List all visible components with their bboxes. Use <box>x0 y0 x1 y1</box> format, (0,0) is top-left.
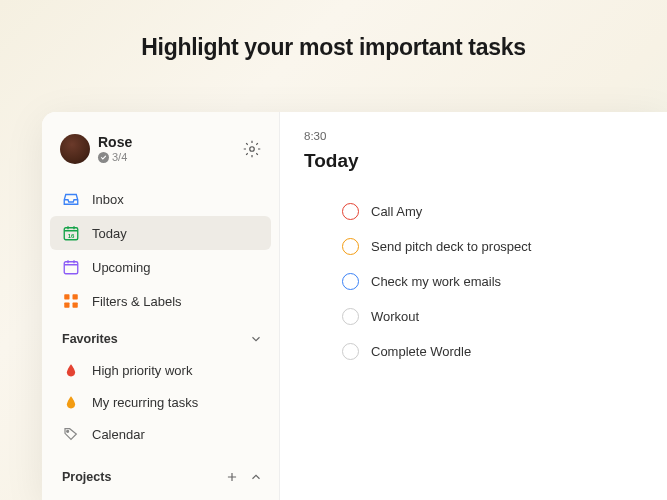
chevron-down-icon[interactable] <box>249 332 263 346</box>
progress-text: 3/4 <box>112 151 127 164</box>
main-content: 8:30 Today Call AmySend pitch deck to pr… <box>280 112 667 500</box>
favorite-item[interactable]: High priority work <box>50 354 271 386</box>
task-checkbox[interactable] <box>342 273 359 290</box>
nav-label: Inbox <box>92 192 124 207</box>
nav-item-today[interactable]: 16 Today <box>50 216 271 250</box>
nav-item-inbox[interactable]: Inbox <box>50 182 271 216</box>
svg-point-8 <box>67 430 69 432</box>
task-checkbox[interactable] <box>342 238 359 255</box>
task-item[interactable]: Check my work emails <box>342 264 643 299</box>
avatar[interactable] <box>60 134 90 164</box>
chevron-up-icon[interactable] <box>249 470 263 484</box>
profile-name: Rose <box>98 134 243 151</box>
svg-text:16: 16 <box>68 233 75 239</box>
task-list: Call AmySend pitch deck to prospectCheck… <box>304 194 643 369</box>
svg-rect-4 <box>64 294 69 299</box>
svg-point-0 <box>250 147 255 152</box>
svg-rect-3 <box>64 262 78 274</box>
task-label: Call Amy <box>371 204 422 219</box>
task-label: Workout <box>371 309 419 324</box>
task-checkbox[interactable] <box>342 343 359 360</box>
favorites-label: Favorites <box>62 332 118 346</box>
favorite-label: High priority work <box>92 363 192 378</box>
upcoming-icon <box>62 258 80 276</box>
nav-list: Inbox 16 Today Upcoming <box>42 178 279 322</box>
task-item[interactable]: Workout <box>342 299 643 334</box>
task-label: Check my work emails <box>371 274 501 289</box>
page-title: Today <box>304 150 643 172</box>
task-item[interactable]: Call Amy <box>342 194 643 229</box>
favorite-label: My recurring tasks <box>92 395 198 410</box>
gear-icon[interactable] <box>243 140 261 158</box>
app-window: Rose 3/4 <box>42 112 667 500</box>
profile-row[interactable]: Rose 3/4 <box>42 128 279 178</box>
projects-label: Projects <box>62 470 111 484</box>
hero-title: Highlight your most important tasks <box>0 0 667 61</box>
today-icon: 16 <box>62 224 80 242</box>
task-label: Complete Wordle <box>371 344 471 359</box>
svg-rect-7 <box>73 303 78 308</box>
time-label: 8:30 <box>304 130 643 142</box>
profile-progress: 3/4 <box>98 151 243 164</box>
plus-icon[interactable] <box>225 470 239 484</box>
profile-text: Rose 3/4 <box>98 134 243 164</box>
drop-icon <box>62 393 80 411</box>
inbox-icon <box>62 190 80 208</box>
check-badge-icon <box>98 152 109 163</box>
favorite-item[interactable]: Calendar <box>50 418 271 450</box>
favorite-label: Calendar <box>92 427 145 442</box>
svg-rect-6 <box>64 303 69 308</box>
sidebar: Rose 3/4 <box>42 112 280 500</box>
nav-label: Filters & Labels <box>92 294 182 309</box>
favorites-header[interactable]: Favorites <box>42 322 279 352</box>
task-checkbox[interactable] <box>342 308 359 325</box>
task-item[interactable]: Complete Wordle <box>342 334 643 369</box>
svg-rect-5 <box>73 294 78 299</box>
nav-item-filters[interactable]: Filters & Labels <box>50 284 271 318</box>
nav-label: Upcoming <box>92 260 151 275</box>
task-item[interactable]: Send pitch deck to prospect <box>342 229 643 264</box>
tag-icon <box>62 425 80 443</box>
projects-header[interactable]: Projects <box>42 460 279 490</box>
favorite-item[interactable]: My recurring tasks <box>50 386 271 418</box>
grid-icon <box>62 292 80 310</box>
task-checkbox[interactable] <box>342 203 359 220</box>
drop-icon <box>62 361 80 379</box>
favorites-list: High priority work My recurring tasks Ca… <box>42 352 279 452</box>
nav-label: Today <box>92 226 127 241</box>
nav-item-upcoming[interactable]: Upcoming <box>50 250 271 284</box>
task-label: Send pitch deck to prospect <box>371 239 531 254</box>
